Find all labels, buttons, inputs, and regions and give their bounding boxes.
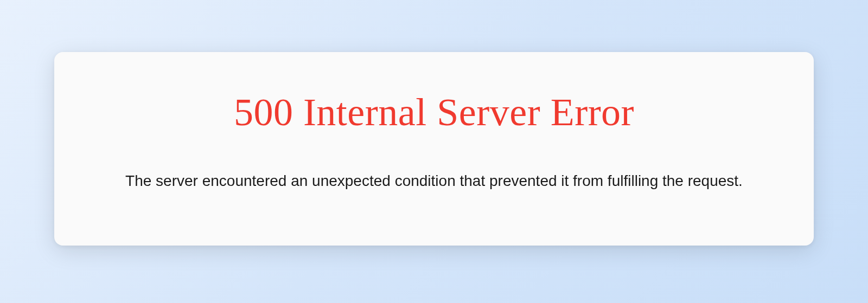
- error-title: 500 Internal Server Error: [87, 90, 781, 135]
- error-card: 500 Internal Server Error The server enc…: [54, 52, 814, 246]
- error-message: The server encountered an unexpected con…: [87, 170, 781, 191]
